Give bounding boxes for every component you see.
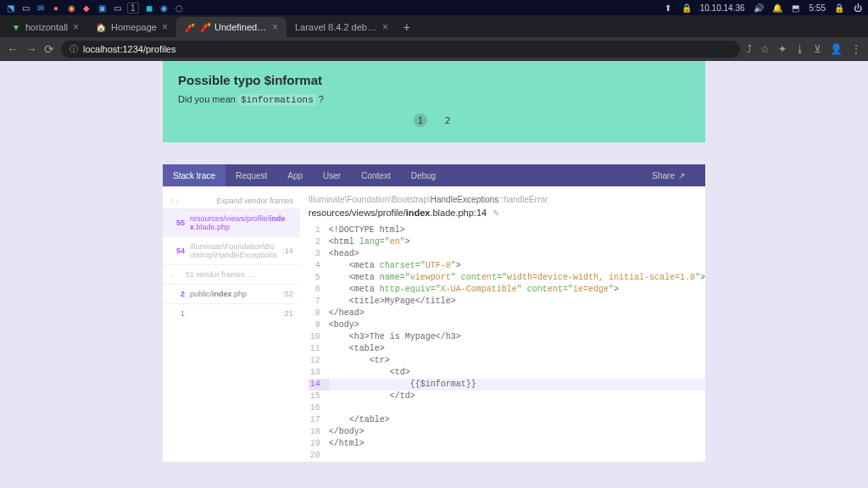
nav-request[interactable]: Request: [225, 164, 277, 186]
chromium-icon[interactable]: ◉: [159, 3, 170, 13]
line-content: <td>: [329, 367, 705, 379]
line-content: </table>: [329, 414, 705, 426]
url-input[interactable]: ⓘ localhost:1234/profiles: [61, 41, 740, 58]
line-number: 9: [309, 319, 329, 331]
workspace-num[interactable]: 1: [127, 3, 139, 14]
new-tab-button[interactable]: +: [397, 17, 417, 37]
close-icon[interactable]: ×: [162, 21, 168, 33]
line-content: <h3>The is Mypage</h3>: [329, 331, 705, 343]
suggestion-pager: 1 2: [178, 114, 690, 127]
line-number: 6: [309, 284, 329, 296]
line-number: 16: [309, 402, 329, 414]
line-number: 2: [309, 236, 329, 248]
line-number: 11: [309, 343, 329, 355]
code-line: 9<body>: [309, 319, 705, 331]
extensions-icon[interactable]: ✦: [778, 43, 787, 55]
tab-label: horizontall: [25, 22, 68, 32]
line-number: 13: [309, 367, 329, 379]
os-taskbar: ⬔ ▭ ✉ ● ◉ ◆ ▣ ▭ 1 ◼ ◉ ◌ ⬆ 🔒 10.10.14.36 …: [0, 0, 868, 15]
frame-path: Illuminate\Foundation\Bootstrap\HandleEx…: [190, 242, 277, 259]
download-icon[interactable]: ⭳: [795, 43, 805, 55]
nav-debug[interactable]: Debug: [401, 164, 446, 186]
frame-number: 2: [170, 290, 185, 298]
nav-stack-trace[interactable]: Stack trace: [163, 164, 225, 186]
stack-frame[interactable]: 54Illuminate\Foundation\Bootstrap\Handle…: [163, 236, 300, 264]
close-icon[interactable]: ×: [73, 21, 79, 33]
stack-frame[interactable]: 2public/index.php:52: [163, 284, 300, 303]
line-number: 7: [309, 296, 329, 308]
edit-icon[interactable]: ✎: [492, 208, 499, 218]
sublime-icon[interactable]: ◼: [144, 3, 154, 13]
line-content: </html>: [329, 438, 705, 450]
code-line: 17 </table>: [309, 414, 705, 426]
dot-icon: ○: [170, 271, 174, 279]
code-line: 18</body>: [309, 426, 705, 438]
line-content: <title>MyPage</title>: [329, 296, 705, 308]
forward-button[interactable]: →: [25, 42, 37, 56]
terminal2-icon[interactable]: ▭: [112, 3, 122, 13]
line-number: 14: [309, 379, 329, 391]
app-menu-icon[interactable]: ⬔: [5, 3, 15, 13]
burp-icon[interactable]: ◆: [81, 3, 92, 13]
expand-vendor-frames[interactable]: Expand vendor frames: [216, 197, 293, 205]
code-line: 2<html lang="en">: [309, 236, 705, 248]
nav-share[interactable]: Share ↗: [642, 164, 695, 186]
nav-user[interactable]: User: [313, 164, 351, 186]
code-line: 12 <tr>: [309, 355, 705, 367]
suggestion-card: Possible typo $informat Did you mean $in…: [163, 61, 705, 142]
back-button[interactable]: ←: [7, 42, 19, 56]
menu-icon[interactable]: ⋮: [851, 43, 861, 55]
upload-icon[interactable]: ⬆: [663, 3, 673, 13]
line-number: 12: [309, 355, 329, 367]
mail-icon[interactable]: ✉: [36, 3, 46, 13]
line-number: 20: [309, 450, 329, 462]
pinterest-icon[interactable]: ●: [51, 3, 61, 13]
firefox-icon[interactable]: ◉: [66, 3, 76, 13]
line-number: 15: [309, 391, 329, 402]
code-line: 7 <title>MyPage</title>: [309, 296, 705, 308]
code-line: 1<!DOCTYPE html>: [309, 225, 705, 236]
close-icon[interactable]: ×: [382, 21, 388, 33]
power-icon[interactable]: ⏻: [853, 3, 863, 13]
volume-icon[interactable]: 🔊: [754, 3, 764, 13]
tab-horizontall[interactable]: ▼ horizontall ×: [3, 17, 87, 37]
line-number: 3: [309, 248, 329, 260]
site-info-icon[interactable]: ⓘ: [70, 43, 78, 55]
files-icon[interactable]: ▭: [20, 3, 31, 13]
line-content: <meta charset="UTF-8">: [329, 260, 705, 272]
frame-line: :14: [282, 247, 293, 255]
profile-icon[interactable]: 👤: [830, 43, 843, 55]
close-icon[interactable]: ×: [272, 21, 278, 33]
sort-arrows-icon[interactable]: ↑ ↓: [170, 197, 180, 205]
page-1[interactable]: 1: [414, 114, 427, 127]
code-line: 19</html>: [309, 438, 705, 450]
stack-frame[interactable]: 1:21: [163, 303, 300, 323]
stack-frame[interactable]: 55resources/views/profile/index.blade.ph…: [163, 208, 300, 236]
reload-button[interactable]: ⟳: [44, 42, 54, 56]
app-icon[interactable]: ◌: [175, 3, 185, 13]
line-content: </head>: [329, 308, 705, 319]
power-menu-icon[interactable]: ⬒: [791, 3, 801, 13]
url-text: localhost:1234/profiles: [83, 44, 175, 54]
file-path: resources/views/profile/index.blade.php:…: [309, 208, 705, 218]
notification-icon[interactable]: 🔔: [772, 3, 782, 13]
home-icon: 🏠: [96, 23, 106, 32]
tab-laravel[interactable]: Laravel 8.4.2 debug mod ×: [287, 17, 397, 37]
share-icon[interactable]: ⤴: [747, 43, 752, 55]
line-content: </body>: [329, 426, 705, 438]
download-done-icon[interactable]: ⊻: [814, 43, 821, 55]
lock-icon[interactable]: 🔒: [834, 3, 844, 13]
tab-homepage[interactable]: 🏠 Homepage ×: [87, 17, 176, 37]
tab-error[interactable]: 🧨 🧨 Undefined variable: in ×: [176, 17, 287, 37]
code-line: 13 <td>: [309, 367, 705, 379]
code-line: 10 <h3>The is Mypage</h3>: [309, 331, 705, 343]
nav-app[interactable]: App: [277, 164, 313, 186]
exception-namespace: Illuminate\Foundation\Bootstrap\HandleEx…: [309, 195, 705, 204]
bookmark-icon[interactable]: ☆: [760, 43, 770, 55]
terminal-icon[interactable]: ▣: [97, 3, 107, 13]
vpn-icon[interactable]: 🔒: [682, 3, 692, 13]
line-content: {{$informat}}: [329, 379, 705, 391]
vendor-frames-collapsed[interactable]: ○51 vendor frames …: [163, 264, 300, 284]
page-2[interactable]: 2: [441, 114, 454, 127]
nav-context[interactable]: Context: [351, 164, 400, 186]
